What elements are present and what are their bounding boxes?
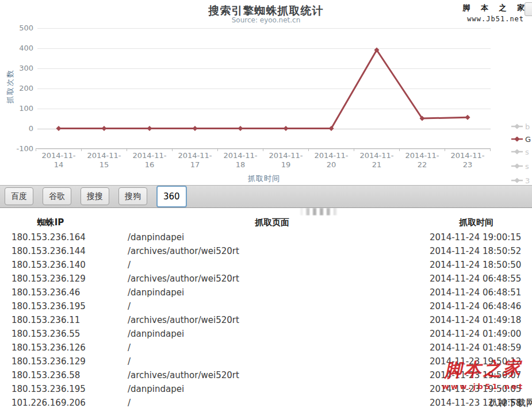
spider-ip-cell: 180.153.236.55 <box>12 329 80 339</box>
legend-item-s[interactable]: s <box>511 161 529 171</box>
spider-ip-cell: 180.153.236.144 <box>12 246 86 256</box>
time-cell: 2014-11-24 01:49:18 <box>430 315 521 325</box>
page-cell: / <box>128 398 131 408</box>
table-row: 180.153.236.126/2014-11-24 01:48:59 <box>0 341 532 355</box>
time-cell: 2014-11-23 19:50:12 <box>430 356 521 367</box>
page-cell: /danpindapei <box>128 232 184 243</box>
data-point-marker <box>147 126 152 131</box>
crawl-log-table: 蜘蛛IP 抓取页面 抓取时间 180.153.236.164/danpindap… <box>0 208 532 408</box>
legend-marker-icon <box>511 148 523 155</box>
page-cell: /archives/author/wei520rt <box>128 246 239 256</box>
table-row: 180.153.236.164/danpindapei2014-11-24 19… <box>0 231 532 245</box>
column-header-page: 抓取页面 <box>255 217 289 228</box>
spider-ip-cell: 180.153.236.129 <box>12 356 86 367</box>
spider-ip-cell: 180.153.236.129 <box>12 274 86 284</box>
page-cell: / <box>128 301 131 311</box>
legend-marker-icon <box>511 136 523 143</box>
time-cell: 2014-11-24 18:50:52 <box>430 246 521 256</box>
spider-ip-cell: 180.153.236.164 <box>12 232 86 243</box>
tab-搜搜[interactable]: 搜搜 <box>81 187 109 205</box>
spider-ip-cell: 180.153.236.195 <box>12 384 86 394</box>
page-cell: /danpindapei <box>128 329 184 339</box>
data-point-marker <box>465 115 470 120</box>
page-cell: / <box>128 260 131 270</box>
table-row: 180.153.236.55/danpindapei2014-11-24 01:… <box>0 328 532 341</box>
table-row: 180.153.236.195/danpindapei2014-11-23 19… <box>0 383 532 397</box>
time-cell: 2014-11-24 06:48:46 <box>430 301 521 311</box>
legend-marker-icon <box>511 123 523 130</box>
tab-百度[interactable]: 百度 <box>5 187 33 205</box>
table-row: 180.153.236.58/archives/author/wei520rt2… <box>0 369 532 383</box>
table-row: 180.153.236.129/archives/author/wei520rt… <box>0 272 532 286</box>
time-cell: 2014-11-24 06:48:55 <box>430 274 521 284</box>
spider-ip-cell: 180.153.236.140 <box>12 260 86 270</box>
legend-item-s[interactable]: s <box>511 147 529 156</box>
legend-item-G[interactable]: G <box>511 134 531 144</box>
legend-label: b <box>525 122 530 131</box>
page-cell: /danpindapei <box>128 384 184 394</box>
legend-marker-icon <box>511 177 523 184</box>
spider-crawl-chart: 搜索引擎蜘蛛抓取统计 Source: eyoo.net.cn 抓取次数 5004… <box>0 0 532 183</box>
time-cell: 2014-11-23 19:50:05 <box>430 384 521 394</box>
time-cell: 2014-11-24 01:48:59 <box>430 342 521 353</box>
watermark-top-title: 脚 本 之 家 <box>462 3 529 13</box>
data-point-marker <box>193 126 198 131</box>
tab-谷歌[interactable]: 谷歌 <box>43 187 71 205</box>
time-cell: 2014-11-24 01:49:00 <box>430 329 521 339</box>
artifact-smudge <box>299 208 339 215</box>
data-point-marker <box>56 126 62 131</box>
legend-item-3[interactable]: 3 <box>511 176 530 185</box>
watermark-top-right: 脚 本 之 家 www.Jb51.net <box>462 3 529 23</box>
data-point-marker <box>238 126 243 131</box>
data-point-marker <box>284 126 289 131</box>
column-header-spider-ip: 蜘蛛IP <box>37 217 64 228</box>
table-row: 180.153.236.195/2014-11-24 06:48:46 <box>0 300 532 314</box>
spider-ip-cell: 180.153.236.58 <box>12 370 80 380</box>
spider-ip-cell: 180.153.236.11 <box>12 315 80 325</box>
watermark-top-url: www.Jb51.net <box>462 15 529 23</box>
table-row: 180.153.236.140/2014-11-24 18:50:50 <box>0 259 532 272</box>
column-header-time: 抓取时间 <box>459 217 493 228</box>
table-row: 180.153.236.129/2014-11-23 19:50:12 <box>0 355 532 369</box>
table-row: 180.153.236.46/danpindapei2014-11-24 06:… <box>0 286 532 300</box>
tab-360[interactable]: 360 <box>156 186 187 207</box>
legend-label: 3 <box>525 176 530 185</box>
time-cell: 2014-11-24 19:00:15 <box>430 232 521 243</box>
table-row: 101.226.169.206/2014-11-23 12:12:58 <box>0 397 532 408</box>
series-line-360 <box>59 50 468 129</box>
series-svg <box>0 0 532 183</box>
spider-ip-cell: 101.226.169.206 <box>12 398 86 408</box>
page-cell: / <box>128 342 131 353</box>
time-cell: 2014-11-24 06:48:51 <box>430 287 521 298</box>
legend-item-b[interactable]: b <box>511 122 530 131</box>
page-cell: /archives/author/wei520rt <box>128 315 239 325</box>
table-row: 180.153.236.11/archives/author/wei520rt2… <box>0 314 532 328</box>
time-cell: 2014-11-24 18:50:50 <box>430 260 521 270</box>
spider-ip-cell: 180.153.236.46 <box>12 287 80 298</box>
watermark-bottom-right: 仈神下载网 <box>489 398 532 408</box>
page-cell: /archives/author/wei520rt <box>128 370 239 380</box>
spider-ip-cell: 180.153.236.126 <box>12 342 86 353</box>
spider-ip-cell: 180.153.236.195 <box>12 301 86 311</box>
page-cell: /archives/author/wei520rt <box>128 274 239 284</box>
legend-label: s <box>525 162 529 171</box>
page-cell: / <box>128 356 131 367</box>
legend-marker-icon <box>511 163 523 170</box>
table-row: 180.153.236.144/archives/author/wei520rt… <box>0 245 532 259</box>
page-cell: /danpindapei <box>128 287 184 298</box>
data-point-marker <box>102 126 107 131</box>
legend-label: G <box>525 135 531 144</box>
search-engine-tabbar: 百度谷歌搜搜搜狗360 <box>0 185 532 208</box>
tab-搜狗[interactable]: 搜狗 <box>118 187 147 205</box>
time-cell: 2014-11-23 19:50:07 <box>430 370 521 380</box>
legend-label: s <box>525 148 529 156</box>
